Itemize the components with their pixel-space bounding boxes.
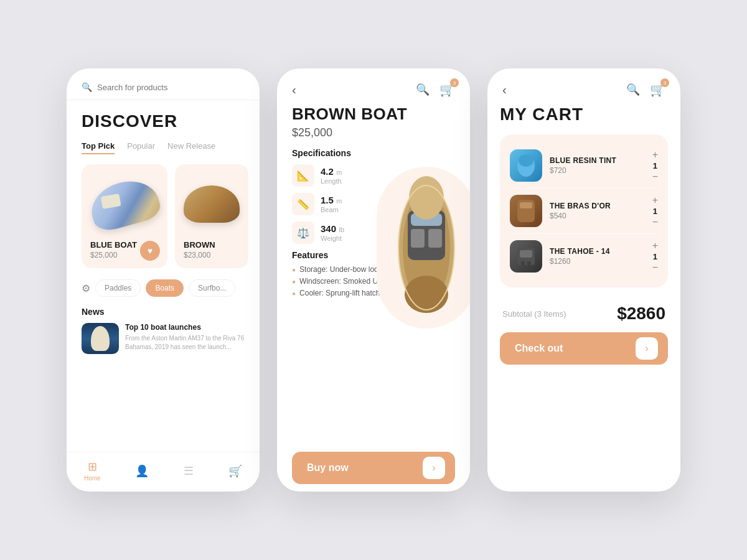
search-bar[interactable]: 🔍 <box>67 68 260 100</box>
header-icons: 🔍 🛒 3 <box>626 82 665 97</box>
blue-boat-visual <box>86 174 163 234</box>
item-price: $1260 <box>550 257 645 266</box>
increase-qty-button[interactable]: + <box>652 195 658 205</box>
nav-saved[interactable]: ☰ <box>184 464 194 478</box>
item-name: BLUE RESIN TINT <box>550 156 645 165</box>
favorite-button[interactable]: ♥ <box>140 241 160 261</box>
product-list: BLUE BOAT $25,000 ♥ BROWN $23,000 <box>82 164 245 268</box>
spec-length-info: 4.2 m Length <box>321 166 342 185</box>
product-price: $23,000 <box>184 251 240 259</box>
filter-surfboards[interactable]: Surfbo... <box>189 279 235 297</box>
tab-popular[interactable]: Popular <box>127 141 155 154</box>
cart-icon[interactable]: 🛒 3 <box>650 82 665 97</box>
news-thumbnail <box>82 323 119 354</box>
spec-weight-label: Weight <box>321 235 344 242</box>
buy-now-label: Buy now <box>307 462 349 474</box>
cart-title: MY CART <box>500 105 668 124</box>
category-tabs: Top Pick Popular New Release <box>82 141 245 154</box>
decrease-qty-button[interactable]: − <box>652 217 658 227</box>
cart-item-tahoe: THE TAHOE - 14 $1260 + 1 − <box>510 234 658 279</box>
cart-item-blue-resin: BLUE RESIN TINT $720 + 1 − <box>510 143 658 189</box>
item-name: THE BRAS D'OR <box>550 202 645 210</box>
item-image-bras-dor <box>510 195 542 227</box>
quantity-value: 1 <box>653 161 657 170</box>
quantity-control: + 1 − <box>652 241 658 273</box>
decrease-qty-button[interactable]: − <box>652 172 658 182</box>
checkout-button[interactable]: Check out › <box>500 332 668 365</box>
product-header: ‹ 🔍 🛒 3 <box>277 68 470 105</box>
checkout-arrow-icon: › <box>636 337 658 360</box>
subtotal-amount: $2860 <box>617 304 665 324</box>
cart-icon[interactable]: 🛒 3 <box>439 82 455 97</box>
spec-length-label: Length <box>321 177 342 185</box>
spec-length-value: 4.2 m <box>321 166 342 177</box>
bottom-navigation: ⊞ Home 👤 ☰ 🛒 <box>67 452 260 492</box>
feature-bullet: ● <box>292 266 296 273</box>
product-price: $25,000 <box>292 126 455 139</box>
svg-rect-16 <box>527 261 531 265</box>
product-body: BROWN BOAT $25,000 <box>277 105 470 444</box>
svg-rect-5 <box>428 229 442 248</box>
feature-bullet: ● <box>292 290 296 297</box>
boat-top-view-visual <box>91 326 110 351</box>
checkout-label: Check out <box>515 343 563 354</box>
buy-now-arrow-icon: › <box>423 457 445 479</box>
news-item[interactable]: Top 10 boat launches From the Aston Mart… <box>82 323 245 354</box>
boat-image-brown <box>184 173 240 235</box>
quantity-control: + 1 − <box>652 195 658 227</box>
filter-icon: ⚙ <box>82 282 90 294</box>
discover-body: DISCOVER Top Pick Popular New Release BL… <box>67 100 260 452</box>
buy-now-button[interactable]: Buy now › <box>292 452 455 484</box>
back-button[interactable]: ‹ <box>292 83 296 97</box>
screen-discover: 🔍 DISCOVER Top Pick Popular New Release … <box>67 68 260 492</box>
news-headline: Top 10 boat launches <box>125 323 245 332</box>
back-button[interactable]: ‹ <box>502 83 507 97</box>
svg-rect-14 <box>520 250 532 258</box>
subtotal-row: Subtotal (3 Items) $2860 <box>500 297 668 330</box>
decrease-qty-button[interactable]: − <box>652 263 658 273</box>
item-price: $540 <box>550 212 645 220</box>
increase-qty-button[interactable]: + <box>652 241 658 251</box>
tab-new-release[interactable]: New Release <box>167 141 215 154</box>
tab-top-pick[interactable]: Top Pick <box>82 141 115 154</box>
quantity-value: 1 <box>653 252 657 261</box>
product-title: BROWN BOAT <box>292 105 455 124</box>
filter-paddles[interactable]: Paddles <box>95 279 141 297</box>
svg-rect-12 <box>520 202 532 208</box>
header-icons: 🔍 🛒 3 <box>416 82 455 97</box>
svg-rect-15 <box>521 261 525 265</box>
news-content: Top 10 boat launches From the Aston Mart… <box>125 323 245 352</box>
item-price: $720 <box>550 166 645 175</box>
cart-body: MY CART BLUE RESIN TINT $720 + 1 − <box>487 105 680 492</box>
spec-beam-value: 1.5 m <box>321 195 342 206</box>
increase-qty-button[interactable]: + <box>652 150 658 160</box>
product-name: BROWN <box>184 240 240 250</box>
nav-home-label: Home <box>84 475 101 482</box>
boat-3d-render <box>383 161 470 335</box>
cart-badge: 3 <box>450 78 459 87</box>
svg-point-6 <box>405 276 448 313</box>
cart-items-section: BLUE RESIN TINT $720 + 1 − THE BRA <box>500 134 668 287</box>
nav-home[interactable]: ⊞ Home <box>84 460 101 482</box>
quantity-control: + 1 − <box>652 150 658 182</box>
cart-nav-icon: 🛒 <box>228 464 242 478</box>
nav-cart[interactable]: 🛒 <box>228 464 242 478</box>
search-icon[interactable]: 🔍 <box>626 83 640 96</box>
filter-boats[interactable]: Boats <box>146 279 184 297</box>
search-input[interactable] <box>97 83 245 92</box>
search-icon[interactable]: 🔍 <box>416 83 430 96</box>
weight-icon: ⚖️ <box>292 222 314 244</box>
item-image-tahoe <box>510 240 542 273</box>
cart-header: ‹ 🔍 🛒 3 <box>487 68 680 105</box>
subtotal-label: Subtotal (3 Items) <box>502 309 566 319</box>
product-card-brown-boat[interactable]: BROWN $23,000 <box>175 164 248 268</box>
product-card-blue-boat[interactable]: BLUE BOAT $25,000 ♥ <box>82 164 167 268</box>
filter-bar: ⚙ Paddles Boats Surfbo... <box>82 279 245 297</box>
nav-profile[interactable]: 👤 <box>135 464 149 478</box>
boat-image-blue <box>90 173 159 235</box>
cart-item-bras-dor: THE BRAS D'OR $540 + 1 − <box>510 189 658 234</box>
profile-icon: 👤 <box>135 464 149 478</box>
search-icon: 🔍 <box>82 82 92 92</box>
svg-point-7 <box>409 176 444 220</box>
item-info-bras-dor: THE BRAS D'OR $540 <box>550 202 645 220</box>
